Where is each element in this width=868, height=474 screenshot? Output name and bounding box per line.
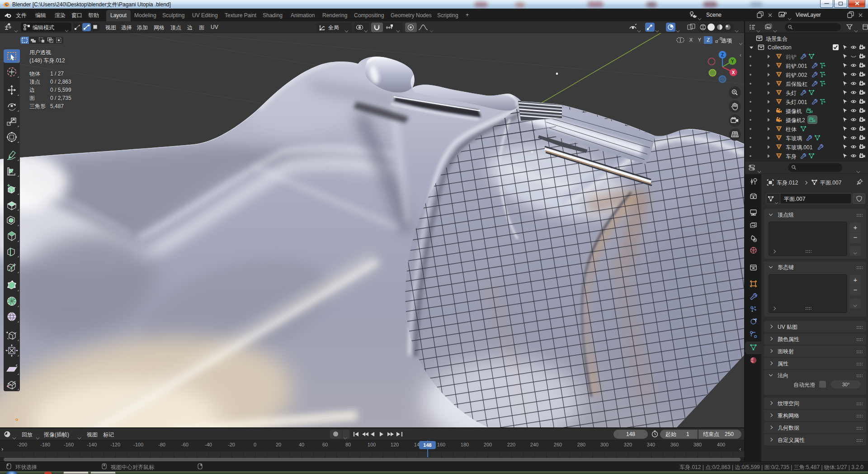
svg-text:X: X <box>732 70 735 75</box>
svg-text:Z: Z <box>721 52 724 57</box>
svg-text:Y: Y <box>731 59 734 64</box>
